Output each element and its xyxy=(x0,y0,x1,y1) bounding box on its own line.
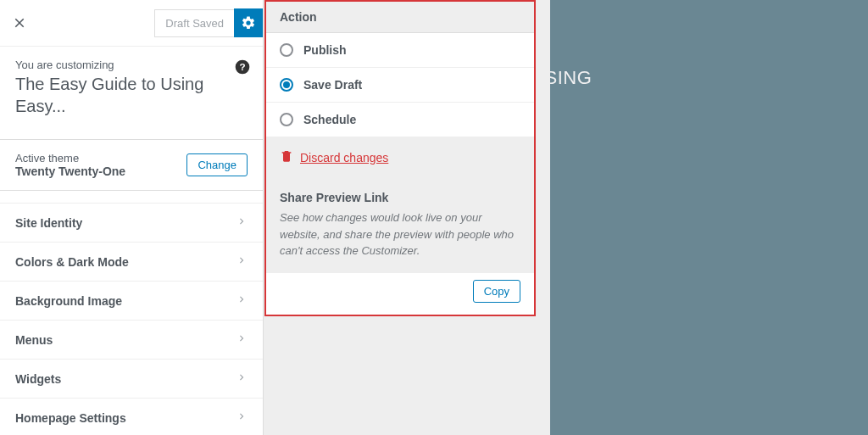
menu-item-menus[interactable]: Menus xyxy=(0,321,263,360)
customizer-sidebar: Draft Saved You are customizing The Easy… xyxy=(0,0,264,435)
action-option-schedule[interactable]: Schedule xyxy=(266,103,534,137)
discard-link[interactable]: Discard changes xyxy=(300,151,388,165)
option-label: Save Draft xyxy=(303,78,362,92)
svg-text:?: ? xyxy=(239,61,245,72)
radio-icon xyxy=(280,78,293,92)
context-label: You are customizing xyxy=(15,59,248,71)
close-icon xyxy=(12,15,27,31)
radio-icon xyxy=(280,43,293,57)
option-label: Schedule xyxy=(303,113,356,126)
chevron-right-icon xyxy=(236,332,248,347)
radio-icon xyxy=(280,113,293,126)
topbar: Draft Saved xyxy=(0,0,263,47)
theme-name: Twenty Twenty-One xyxy=(15,165,125,178)
draft-status: Draft Saved xyxy=(154,9,234,37)
chevron-right-icon xyxy=(236,371,248,386)
menu-label: Menus xyxy=(15,333,53,347)
action-option-publish[interactable]: Publish xyxy=(266,33,534,68)
chevron-right-icon xyxy=(236,293,248,308)
trash-icon xyxy=(280,149,293,165)
help-button[interactable]: ? xyxy=(234,59,251,75)
gear-icon xyxy=(241,15,256,31)
chevron-right-icon xyxy=(236,410,248,425)
close-button[interactable] xyxy=(0,5,39,41)
discard-row: Discard changes xyxy=(266,137,534,177)
help-icon: ? xyxy=(234,59,251,75)
chevron-right-icon xyxy=(236,215,248,230)
menu-item-site-identity[interactable]: Site Identity xyxy=(0,203,263,243)
context-block: You are customizing The Easy Guide to Us… xyxy=(0,47,263,132)
theme-block: Active theme Twenty Twenty-One Change xyxy=(0,139,263,191)
action-header: Action xyxy=(266,2,534,33)
share-title: Share Preview Link xyxy=(280,191,520,204)
option-label: Publish xyxy=(303,43,347,57)
menu-item-widgets[interactable]: Widgets xyxy=(0,360,263,399)
share-description: See how changes would look live on your … xyxy=(280,209,520,259)
share-block: Share Preview Link See how changes would… xyxy=(266,177,534,273)
menu-item-homepage[interactable]: Homepage Settings xyxy=(0,399,263,435)
menu-label: Widgets xyxy=(15,372,61,386)
page-title: The Easy Guide to Using Easy... xyxy=(15,73,248,117)
copy-row: Copy xyxy=(266,273,534,315)
action-panel: Action Publish Save Draft Schedule Disca… xyxy=(264,0,536,316)
menu-item-background[interactable]: Background Image xyxy=(0,282,263,321)
menu-label: Homepage Settings xyxy=(15,411,126,425)
copy-button[interactable]: Copy xyxy=(473,280,520,303)
menu-label: Background Image xyxy=(15,294,122,308)
menu-label: Site Identity xyxy=(15,216,82,230)
menu-label: Colors & Dark Mode xyxy=(15,255,129,269)
action-options: Publish Save Draft Schedule xyxy=(266,33,534,137)
menu-list: Site Identity Colors & Dark Mode Backgro… xyxy=(0,203,263,435)
theme-label: Active theme xyxy=(15,152,125,165)
action-option-save-draft[interactable]: Save Draft xyxy=(266,68,534,103)
change-theme-button[interactable]: Change xyxy=(186,153,248,176)
chevron-right-icon xyxy=(236,254,248,269)
settings-button[interactable] xyxy=(234,8,263,37)
menu-item-colors[interactable]: Colors & Dark Mode xyxy=(0,243,263,282)
